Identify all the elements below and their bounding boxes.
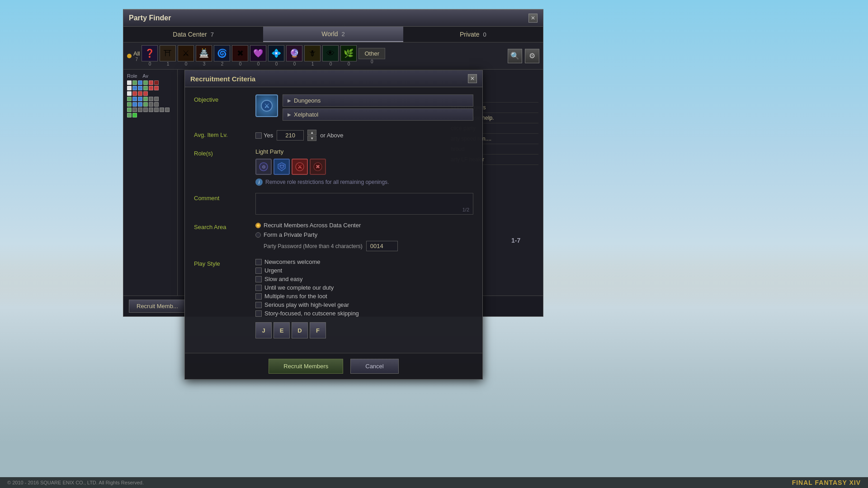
yes-checkbox-item[interactable]: Yes: [255, 132, 273, 139]
role-row-5: [127, 102, 174, 107]
filter-category-10[interactable]: 👁 0: [322, 45, 339, 66]
filter-category-0[interactable]: ❓ 0: [142, 45, 158, 66]
radio-private-party[interactable]: Form a Private Party: [255, 231, 473, 238]
tab-world[interactable]: World 2: [263, 27, 403, 42]
playstyle-checkbox-1[interactable]: [255, 267, 262, 274]
tabs-row: Data Center 7 World 2 Private 0: [123, 27, 543, 42]
svg-text:⚔: ⚔: [297, 164, 302, 170]
remove-restriction[interactable]: i Remove role restrictions for all remai…: [255, 178, 473, 186]
search-button[interactable]: 🔍: [508, 49, 522, 63]
playstyle-label-5: Serious play with high-level gear: [264, 301, 349, 308]
game-logo: FINAL FANTASY XIV: [792, 479, 861, 486]
tab-data-center[interactable]: Data Center 7: [123, 27, 263, 42]
lang-btn-j[interactable]: J: [255, 322, 272, 338]
cancel-button[interactable]: Cancel: [350, 359, 398, 374]
filter-category-3[interactable]: 🏯 3: [196, 45, 212, 66]
role-dot-red-3b: [138, 91, 142, 96]
filter-category-11[interactable]: 🌿 0: [340, 45, 357, 66]
radio-data-center[interactable]: Recruit Members Across Data Center: [255, 222, 473, 229]
filter-category-4[interactable]: 🌀 2: [214, 45, 230, 66]
role-dps-red-icon[interactable]: ⚔: [292, 159, 308, 175]
playstyle-item-5[interactable]: Serious play with high-level gear: [255, 301, 473, 308]
playstyle-item-4[interactable]: Multiple runs for the loot: [255, 293, 473, 300]
role-dot-7a: [127, 113, 132, 117]
filter-category-8[interactable]: 🔮 0: [286, 45, 302, 66]
dropdown-xelphatol-label: Xelphatol: [294, 111, 318, 118]
role-dot-blue-2: [132, 86, 137, 90]
form-row-comment: Comment 1/2: [194, 193, 473, 215]
playstyle-checkbox-6[interactable]: [255, 310, 262, 317]
dialog-close-button[interactable]: ✕: [468, 74, 477, 83]
filter-category-5[interactable]: ✖ 0: [232, 45, 248, 66]
role-row-7: [127, 113, 174, 117]
radio-data-center-label: Recruit Members Across Data Center: [264, 222, 361, 229]
filter-category-7[interactable]: 💠 0: [268, 45, 284, 66]
filter-count-4: 2: [214, 61, 230, 66]
filter-other-count: 0: [364, 59, 380, 64]
tab-data-center-label: Data Center: [173, 31, 207, 38]
playstyle-checkbox-0[interactable]: [255, 259, 262, 265]
playstyle-label-0: Newcomers welcome: [264, 258, 321, 265]
playstyle-checkbox-3[interactable]: [255, 285, 262, 291]
role-row-6: [127, 108, 174, 112]
remove-restriction-text: Remove role restrictions for all remaini…: [265, 179, 389, 185]
password-input[interactable]: [366, 241, 398, 251]
pagination-label: 1-7: [511, 237, 534, 244]
filter-category-9[interactable]: 🗡 1: [304, 45, 321, 66]
playstyle-checkbox-2[interactable]: [255, 276, 262, 282]
form-row-search-area: Search Area Recruit Members Across Data …: [194, 222, 473, 251]
filter-other-label: Other: [359, 48, 385, 59]
role-dps-dark-icon[interactable]: ✖: [310, 159, 326, 175]
playstyle-item-2[interactable]: Slow and easy: [255, 276, 473, 282]
filter-icon-raid: ⚔: [178, 45, 194, 61]
password-label: Party Password (More than 4 characters): [264, 243, 363, 249]
filter-all-count: 7: [135, 57, 138, 62]
dialog-body: Objective ⚔ ▶ Dungeons: [185, 87, 482, 353]
window-close-button[interactable]: ✕: [528, 14, 538, 23]
ilvl-label: Avg. Item Lv.: [194, 130, 248, 138]
light-party-label: Light Party: [255, 148, 473, 155]
playstyle-item-6[interactable]: Story-focused, no cutscene skipping: [255, 310, 473, 317]
dropdown-xelphatol[interactable]: ▶ Xelphatol: [283, 108, 473, 121]
role-dot-blue-1: [132, 80, 137, 85]
role-tank-icon[interactable]: 🛡: [274, 159, 290, 175]
copyright-bar: © 2010 - 2016 SQUARE ENIX CO., LTD. All …: [0, 477, 868, 488]
ilvl-input[interactable]: [277, 130, 304, 141]
playstyle-checkbox-4[interactable]: [255, 293, 262, 300]
role-dot-6a: [127, 108, 132, 112]
dropdown-dungeons[interactable]: ▶ Dungeons: [283, 94, 473, 107]
filter-all-block[interactable]: All 7: [133, 50, 140, 62]
role-duty-icon[interactable]: ⚙: [255, 159, 272, 175]
radio-private-label: Form a Private Party: [264, 231, 317, 238]
settings-button[interactable]: ⚙: [525, 49, 539, 63]
filter-category-6[interactable]: 💜 0: [250, 45, 266, 66]
comment-input[interactable]: [259, 197, 469, 204]
role-dot-5d: [143, 102, 148, 107]
yes-checkbox[interactable]: [255, 132, 262, 139]
tab-private[interactable]: Private 0: [403, 27, 543, 42]
playstyle-label-4: Multiple runs for the loot: [264, 293, 327, 300]
ilvl-down-button[interactable]: ▼: [307, 136, 316, 141]
comment-area[interactable]: 1/2: [255, 193, 473, 215]
lang-btn-d[interactable]: D: [292, 322, 308, 338]
role-dot-green-1: [143, 80, 148, 85]
role-dot-6c: [138, 108, 142, 112]
playstyle-checkbox-5[interactable]: [255, 302, 262, 308]
objective-area: ⚔ ▶ Dungeons ▶ Xelphatol: [255, 94, 473, 122]
filter-other-block[interactable]: Other 0: [359, 48, 385, 64]
ilvl-up-button[interactable]: ▲: [307, 130, 316, 135]
lang-btn-f[interactable]: F: [310, 322, 326, 338]
filter-category-1[interactable]: ⛩ 1: [160, 45, 176, 66]
recruit-button[interactable]: Recruit Memb...: [129, 300, 186, 313]
comment-content: 1/2: [255, 193, 473, 215]
lang-btn-e[interactable]: E: [274, 322, 290, 338]
filter-category-2[interactable]: ⚔ 0: [178, 45, 194, 66]
recruit-members-button[interactable]: Recruit Members: [269, 359, 343, 374]
playstyle-item-0[interactable]: Newcomers welcome: [255, 258, 473, 265]
playstyle-item-1[interactable]: Urgent: [255, 267, 473, 274]
role-dot-red-1: [149, 80, 153, 85]
playstyle-item-3[interactable]: Until we complete our duty: [255, 284, 473, 291]
role-dot-4b: [132, 97, 137, 101]
filter-all-label: All: [133, 50, 140, 57]
play-style-label: Play Style: [194, 258, 248, 267]
